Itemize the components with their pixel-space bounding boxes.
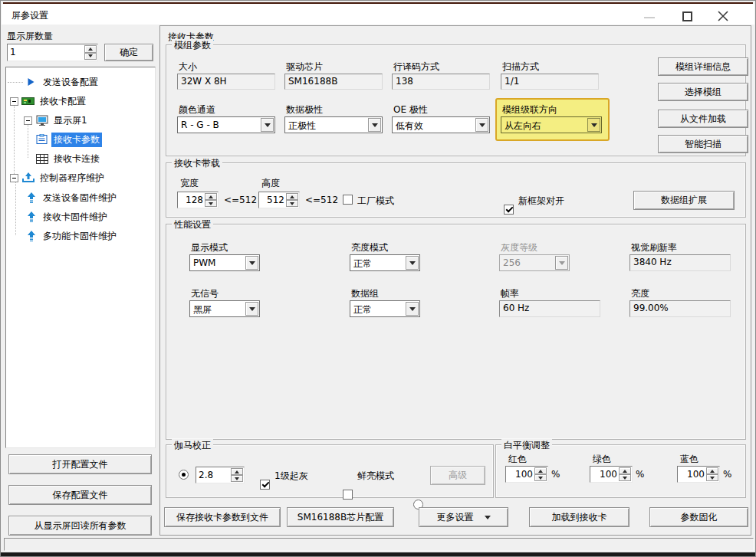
smart-scan-button[interactable]: 智能扫描 bbox=[658, 135, 748, 153]
chevron-down-icon bbox=[555, 256, 568, 270]
factory-mode-checkbox[interactable] bbox=[343, 195, 353, 205]
open-config-file-button[interactable]: 打开配置文件 bbox=[8, 454, 152, 474]
visual-refresh-field: 3840 Hz bbox=[629, 254, 731, 271]
readback-all-params-button[interactable]: 从显示屏回读所有参数 bbox=[8, 516, 152, 536]
clipboard-icon bbox=[35, 133, 48, 146]
oe-polarity-select[interactable]: 低有效 bbox=[392, 116, 490, 133]
solidify-params-button[interactable]: 参数固化 bbox=[649, 507, 748, 527]
load-from-file-button[interactable]: 从文件加载 bbox=[658, 110, 748, 128]
cascade-direction-select[interactable]: 从左向右 bbox=[501, 116, 602, 133]
card-load-group: 接收卡带载 宽度 128 <=512 高度 512 <=512 工厂模式 新框架… bbox=[166, 162, 746, 218]
collapse-icon[interactable] bbox=[10, 97, 18, 106]
gray-start-checkbox[interactable] bbox=[260, 480, 270, 490]
data-polarity-select[interactable]: 正极性 bbox=[284, 116, 383, 133]
tree-item-send-device-config[interactable]: 发送设备配置 bbox=[25, 74, 100, 90]
data-group-expand-button[interactable]: 数据组扩展 bbox=[633, 191, 735, 210]
gray-level-label: 灰度等级 bbox=[501, 241, 537, 254]
no-signal-select[interactable]: 黑屏 bbox=[189, 300, 260, 317]
driver-chip-label: 驱动芯片 bbox=[286, 61, 323, 74]
tree-connector bbox=[15, 180, 16, 235]
spinner-down-icon[interactable] bbox=[84, 53, 97, 61]
color-channel-select[interactable]: R - G - B bbox=[177, 116, 275, 133]
display-mode-select[interactable]: PWM bbox=[189, 254, 260, 271]
performance-group-title: 性能设置 bbox=[172, 218, 213, 231]
spinner-up-icon[interactable] bbox=[534, 467, 547, 474]
chevron-down-icon[interactable] bbox=[368, 118, 381, 132]
row-decode-field: 138 bbox=[392, 74, 490, 90]
new-frame-checkbox[interactable] bbox=[504, 205, 514, 215]
spinner-down-icon[interactable] bbox=[706, 474, 718, 481]
ok-button[interactable]: 确定 bbox=[104, 44, 153, 61]
receiving-card-params-panel: 接收卡参数 模组参数 大小 32W X 8H 驱动芯片 SM16188B 行译码… bbox=[159, 25, 751, 536]
arrow-up-icon bbox=[25, 211, 38, 223]
module-params-group-title: 模组参数 bbox=[172, 39, 213, 52]
performance-group: 性能设置 显示模式 PWM 亮度模式 正常 灰度等级 256 视觉刷新率 384… bbox=[166, 224, 746, 440]
spinner-down-icon[interactable] bbox=[534, 474, 547, 481]
collapse-icon[interactable] bbox=[10, 174, 18, 182]
chevron-down-icon[interactable] bbox=[261, 118, 274, 132]
chevron-down-icon[interactable] bbox=[245, 302, 258, 316]
save-params-to-file-button[interactable]: 保存接收卡参数到文件 bbox=[164, 507, 281, 527]
tree-item-send-device-firmware[interactable]: 发送设备固件维护 bbox=[25, 189, 119, 206]
chevron-down-icon[interactable] bbox=[587, 118, 600, 132]
maximize-icon[interactable] bbox=[682, 11, 692, 21]
arrow-up-icon bbox=[25, 230, 38, 242]
brightness-mode-select[interactable]: 正常 bbox=[350, 254, 420, 271]
new-frame-label: 新框架对开 bbox=[518, 195, 564, 208]
row-decode-label: 行译码方式 bbox=[393, 61, 439, 74]
chevron-down-icon[interactable] bbox=[406, 302, 419, 316]
green-spinner[interactable]: 100 bbox=[590, 466, 633, 483]
screen-settings-dialog: 屏参设置 显示屏数量 1 确定 发送设备配置 接收卡配置 bbox=[0, 0, 756, 557]
tree-connector bbox=[14, 102, 15, 175]
red-spinner[interactable]: 100 bbox=[505, 466, 548, 483]
spinner-up-icon[interactable] bbox=[84, 45, 97, 53]
width-spinner[interactable]: 128 bbox=[177, 192, 219, 208]
gamma-spinner[interactable]: 2.8 bbox=[196, 467, 245, 483]
spinner-up-icon[interactable] bbox=[205, 193, 217, 200]
close-icon[interactable] bbox=[717, 10, 729, 22]
module-size-field: 32W X 8H bbox=[177, 74, 275, 90]
chevron-down-icon[interactable] bbox=[245, 256, 258, 270]
tree-item-receiving-card-firmware[interactable]: 接收卡固件维护 bbox=[25, 208, 110, 225]
gamma-group: 伽马校正 2.8 1级起灰 鲜亮模式 高级 bbox=[166, 444, 494, 498]
spinner-up-icon[interactable] bbox=[231, 468, 243, 475]
more-settings-button[interactable]: 更多设置 bbox=[419, 507, 508, 527]
spinner-up-icon[interactable] bbox=[619, 467, 631, 474]
spinner-up-icon[interactable] bbox=[706, 467, 718, 474]
height-spinner[interactable]: 512 bbox=[258, 192, 300, 208]
tree-item-receiving-card-connection[interactable]: 接收卡连接 bbox=[35, 150, 102, 167]
gamma-value-radio[interactable] bbox=[179, 470, 189, 480]
tree-item-receiving-card-config[interactable]: 接收卡配置 bbox=[10, 93, 88, 110]
height-limit-label: <=512 bbox=[305, 195, 338, 205]
tree-item-controller-maintenance[interactable]: 控制器程序维护 bbox=[10, 169, 107, 186]
tree-item-receiving-card-params[interactable]: 接收卡参数 bbox=[35, 131, 102, 148]
frame-rate-label: 帧率 bbox=[501, 287, 519, 300]
spinner-down-icon[interactable] bbox=[205, 200, 217, 207]
chevron-down-icon[interactable] bbox=[475, 118, 488, 132]
gamma-group-title: 伽马校正 bbox=[172, 439, 213, 452]
brightness-mode-label: 亮度模式 bbox=[351, 241, 388, 254]
tree-item-display1[interactable]: 显示屏1 bbox=[24, 112, 90, 129]
select-module-button[interactable]: 选择模组 bbox=[658, 83, 748, 101]
frame-rate-field: 60 Hz bbox=[499, 300, 600, 317]
tree-item-multifunction-card-firmware[interactable]: 多功能卡固件维护 bbox=[25, 228, 119, 244]
chevron-down-icon[interactable] bbox=[406, 256, 419, 270]
spinner-up-icon[interactable] bbox=[286, 193, 298, 200]
save-config-file-button[interactable]: 保存配置文件 bbox=[8, 485, 152, 505]
data-group-select[interactable]: 正常 bbox=[350, 300, 420, 317]
spinner-down-icon[interactable] bbox=[231, 475, 243, 482]
display-count-spinner[interactable]: 1 bbox=[7, 44, 98, 61]
chip-config-button[interactable]: SM16188B芯片配置 bbox=[287, 507, 394, 527]
tree-connector bbox=[8, 82, 23, 83]
module-detail-button[interactable]: 模组详细信息 bbox=[658, 57, 748, 76]
blue-spinner[interactable]: 100 bbox=[677, 466, 720, 483]
display-count-label: 显示屏数量 bbox=[7, 30, 53, 43]
display-count-value[interactable]: 1 bbox=[10, 47, 83, 57]
spinner-down-icon[interactable] bbox=[619, 474, 631, 481]
spinner-down-icon[interactable] bbox=[286, 200, 298, 207]
factory-mode-label: 工厂模式 bbox=[357, 195, 394, 208]
display-mode-label: 显示模式 bbox=[191, 241, 228, 254]
load-to-card-button[interactable]: 加载到接收卡 bbox=[529, 507, 629, 527]
vivid-mode-checkbox[interactable] bbox=[343, 490, 353, 500]
collapse-icon[interactable] bbox=[24, 116, 32, 125]
